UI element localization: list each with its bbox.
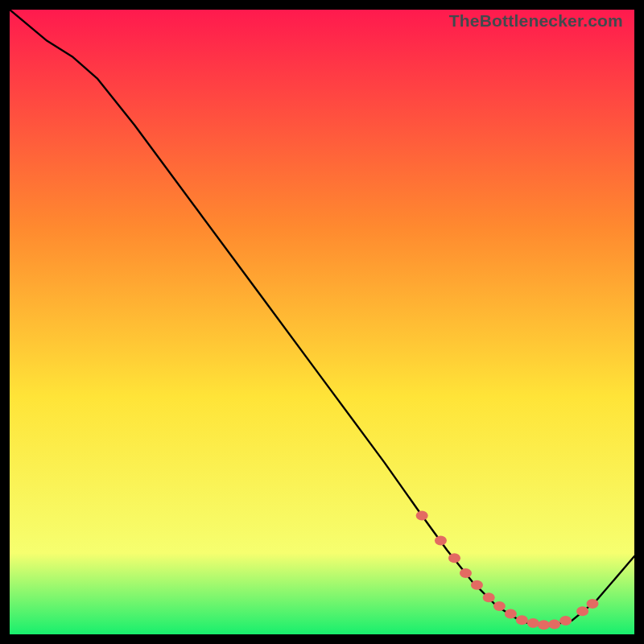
highlight-dot	[505, 609, 517, 618]
highlight-dot	[527, 618, 539, 628]
gradient-background	[10, 10, 634, 634]
highlight-dot	[576, 606, 588, 616]
highlight-dot	[559, 616, 572, 625]
highlight-dot	[538, 620, 550, 630]
highlight-dot	[587, 599, 599, 609]
highlight-dot	[471, 580, 483, 590]
highlight-dot	[483, 592, 495, 602]
highlight-dot	[416, 511, 428, 521]
highlight-dot	[460, 568, 472, 578]
highlight-dot	[493, 601, 506, 611]
highlight-dot	[548, 620, 560, 630]
highlight-dot	[435, 536, 447, 546]
watermark-text: TheBottlenecker.com	[449, 11, 623, 31]
chart-svg	[10, 10, 634, 634]
chart-frame: TheBottlenecker.com	[10, 10, 634, 634]
highlight-dot	[516, 615, 528, 625]
highlight-dot	[448, 553, 460, 563]
